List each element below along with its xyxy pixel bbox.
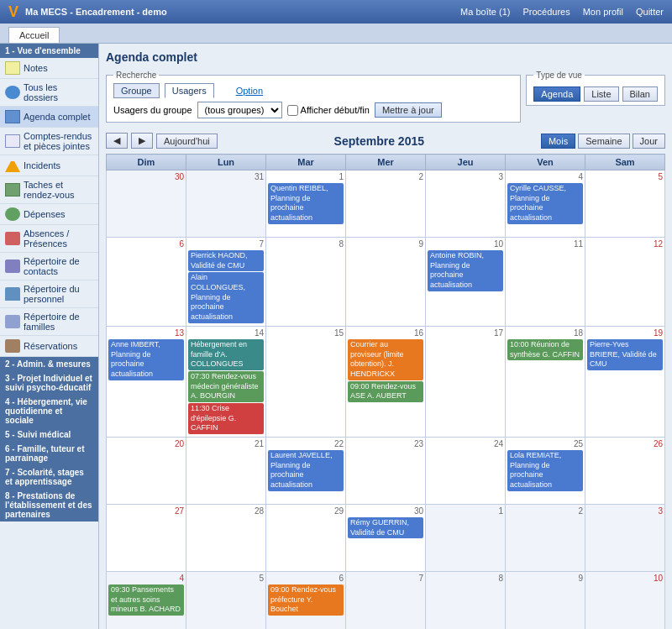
calendar-event[interactable]: 07:30 Rendez-vous médecin généraliste A.… [188,371,264,402]
calendar-day[interactable]: 409:30 Pansements et autres soins mineur… [107,572,186,630]
quit-link[interactable]: Quitter [636,7,664,17]
calendar-day[interactable]: 4Cyrille CAUSSE, Planning de prochaine a… [506,170,585,238]
calendar-event[interactable]: Pierre-Yves BRIERE, Validité de CMU [587,339,663,370]
calendar-day[interactable]: 6 [107,238,186,327]
calendar-day[interactable]: 7Pierrick HAOND, Validité de CMUAlain CO… [186,238,266,327]
semaine-btn[interactable]: Semaine [578,134,629,149]
calendar-day[interactable]: 609:00 Rendez-vous préfecture Y. Bouchet [266,572,346,630]
usagers-tab-btn[interactable]: Usagers [165,83,214,98]
sidebar-section-1[interactable]: 1 - Vue d'ensemble [0,44,98,58]
profile-link[interactable]: Mon profil [583,7,623,17]
calendar-event[interactable]: 10:00 Réunion de synthèse G. CAFFIN [507,339,583,360]
calendar-day[interactable]: 2 [346,170,426,238]
calendar-day[interactable]: 23 [346,438,426,505]
calendar-day[interactable]: 3 [426,170,506,238]
sidebar-section-2[interactable]: 2 - Admin. & mesures [0,357,98,371]
sidebar-item-notes[interactable]: Notes [0,58,98,79]
calendar-day[interactable]: 10 [585,572,665,630]
sidebar-section-6[interactable]: 6 - Famille, tuteur et parrainage [0,442,98,465]
sidebar-item-reservations[interactable]: Réservations [0,336,98,357]
calendar-day[interactable]: 11 [506,238,585,327]
calendar-day[interactable]: 8 [426,572,506,630]
calendar-event[interactable]: Anne IMBERT, Planning de prochaine actua… [108,339,184,380]
sidebar-item-repertoire-familles[interactable]: Répertoire de familles [0,308,98,336]
today-btn[interactable]: Aujourd'hui [156,134,218,149]
calendar-event[interactable]: 09:30 Pansements et autres soins mineurs… [108,584,184,616]
agenda-view-btn[interactable]: Agenda [533,86,580,102]
calendar-day[interactable]: 26 [585,438,665,505]
sidebar-item-incidents[interactable]: Incidents [0,155,98,176]
sidebar-item-agenda[interactable]: Agenda complet [0,107,98,128]
group-select[interactable]: (tous groupes) [197,102,282,118]
calendar-event[interactable]: Cyrille CAUSSE, Planning de prochaine ac… [507,183,583,224]
calendar-day[interactable]: 29 [266,505,346,572]
calendar-event[interactable]: Rémy GUERRIN, Validité de CMU [348,517,423,538]
calendar-day[interactable]: 2 [506,505,585,572]
sidebar-item-absences[interactable]: Absences / Présences [0,225,98,253]
calendar-day[interactable]: 1810:00 Réunion de synthèse G. CAFFIN [506,326,585,437]
calendar-day[interactable]: 19Pierre-Yves BRIERE, Validité de CMU [585,326,665,437]
liste-view-btn[interactable]: Liste [584,86,618,102]
calendar-day[interactable]: 12 [585,238,665,327]
calendar-day[interactable]: 3 [585,505,665,572]
checkbox-debut-fin[interactable] [287,105,298,116]
calendar-event[interactable]: Alain COLLONGUES, Planning de prochaine … [188,272,264,322]
calendar-day[interactable]: 31 [186,170,266,238]
calendar-day[interactable]: 21 [186,438,266,505]
calendar-day[interactable]: 25Lola REMIATE, Planning de prochaine ac… [506,438,585,505]
mailbox-link[interactable]: Ma boîte (1) [460,7,510,17]
sidebar-item-depenses[interactable]: Dépenses [0,204,98,225]
calendar-event[interactable]: Laurent JAVELLE, Planning de prochaine a… [268,450,344,491]
calendar-event[interactable]: 09:00 Rendez-vous préfecture Y. Bouchet [268,584,344,616]
update-btn[interactable]: Mettre à jour [375,102,442,118]
calendar-day[interactable]: 13Anne IMBERT, Planning de prochaine act… [107,326,186,437]
sidebar-item-taches[interactable]: Taches et rendez-vous [0,176,98,204]
calendar-day[interactable]: 16Courrier au proviseur (limite obtentio… [346,326,426,437]
calendar-day[interactable]: 5 [585,170,665,238]
calendar-day[interactable]: 20 [107,438,186,505]
sidebar-item-all-dossiers[interactable]: Tous les dossiers [0,79,98,107]
procedures-link[interactable]: Procédures [522,7,570,17]
calendar-day[interactable]: 15 [266,326,346,437]
calendar-day[interactable]: 7 [346,572,426,630]
sidebar-section-3[interactable]: 3 - Projet Individuel et suivi psycho-éd… [0,371,98,395]
calendar-event[interactable]: Lola REMIATE, Planning de prochaine actu… [507,450,583,491]
calendar-day[interactable]: 27 [107,505,186,572]
calendar-event[interactable]: 11:30 Crise d'épilepsie G. CAFFIN [188,403,264,434]
sidebar-section-5[interactable]: 5 - Suivi médical [0,427,98,442]
sidebar-section-4[interactable]: 4 - Hébergement, vie quotidienne et soci… [0,395,98,427]
sidebar-item-repertoire-contacts[interactable]: Répertoire de contacts [0,253,98,280]
tab-accueil[interactable]: Accueil [8,27,60,43]
calendar-day[interactable]: 1 [426,505,506,572]
calendar-day[interactable]: 17 [426,326,506,437]
calendar-day[interactable]: 24 [426,438,506,505]
calendar-day[interactable]: 30 [107,170,186,238]
calendar-day[interactable]: 1Quentin REIBEL, Planning de prochaine a… [266,170,346,238]
sidebar-item-comptes-rendus[interactable]: Comptes-rendus et pièces jointes [0,128,98,155]
sidebar-section-7[interactable]: 7 - Scolarité, stages et apprentissage [0,465,98,489]
calendar-event[interactable]: Quentin REIBEL, Planning de prochaine ac… [268,183,344,224]
calendar-day[interactable]: 5 [186,572,266,630]
group-tab-btn[interactable]: Groupe [113,83,160,98]
calendar-event[interactable]: Courrier au proviseur (limite obtention)… [348,339,423,380]
calendar-day[interactable]: 9 [346,238,426,327]
calendar-event[interactable]: Pierrick HAOND, Validité de CMU [188,250,264,271]
sidebar-item-repertoire-personnel[interactable]: Répertoire du personnel [0,280,98,308]
bilan-view-btn[interactable]: Bilan [622,86,658,102]
calendar-day[interactable]: 30Rémy GUERRIN, Validité de CMU [346,505,426,572]
calendar-day[interactable]: 28 [186,505,266,572]
sidebar-section-8[interactable]: 8 - Prestations de l'établissement et de… [0,489,98,522]
calendar-day[interactable]: 9 [506,572,585,630]
calendar-day[interactable]: 22Laurent JAVELLE, Planning de prochaine… [266,438,346,505]
calendar-day[interactable]: 10Antoine ROBIN, Planning de prochaine a… [426,238,506,327]
prev-btn[interactable]: ◀ [106,133,128,149]
jour-btn[interactable]: Jour [633,134,665,149]
calendar-day[interactable]: 8 [266,238,346,327]
calendar-event[interactable]: Hébergement en famille d'A. COLLONGUES [188,339,264,370]
next-btn[interactable]: ▶ [131,133,153,149]
mois-btn[interactable]: Mois [541,134,575,149]
calendar-event[interactable]: Antoine ROBIN, Planning de prochaine act… [428,250,503,291]
option-link[interactable]: Option [236,86,263,96]
calendar-event[interactable]: 09:00 Rendez-vous ASE A. AUBERT [348,381,423,402]
calendar-day[interactable]: 14Hébergement en famille d'A. COLLONGUES… [186,326,266,437]
